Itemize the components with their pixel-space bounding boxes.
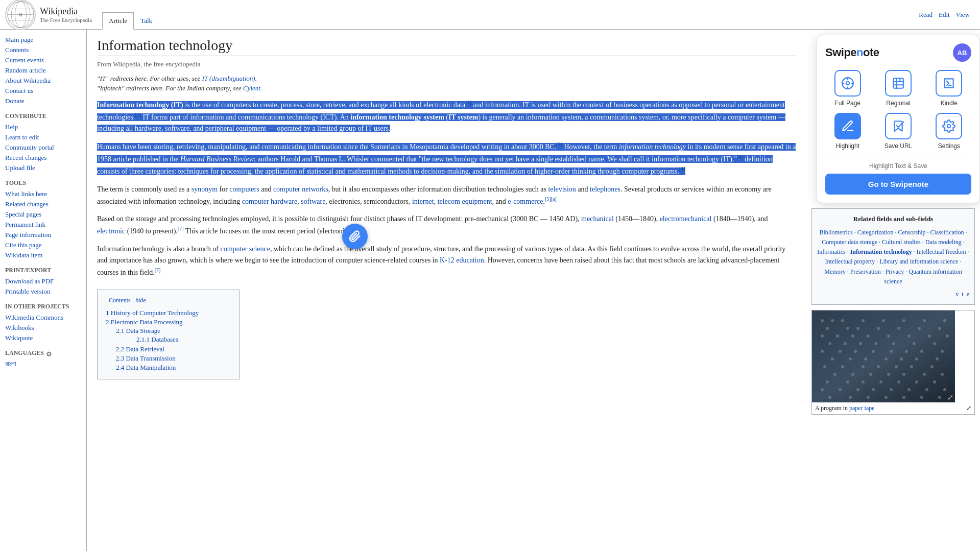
contents-link-2-3[interactable]: 2.3 Data Transmission: [116, 354, 176, 362]
sidebar-item-wikidata[interactable]: Wikidata item: [5, 250, 86, 260]
related-bibliometrics[interactable]: Bibliometrics: [820, 229, 853, 236]
sidebar-item-permanent-link[interactable]: Permanent link: [5, 220, 86, 230]
sidebar-item-wikibooks[interactable]: Wikibooks: [5, 323, 86, 333]
computer-science-link[interactable]: computer science: [220, 245, 270, 253]
sidebar-item-random-article[interactable]: Random article: [5, 65, 86, 76]
sidebar-item-page-info[interactable]: Page information: [5, 230, 86, 240]
sidebar-item-download-pdf[interactable]: Download as PDF: [5, 276, 86, 286]
k12-link[interactable]: K-12 education: [440, 256, 484, 264]
swipenote-highlight-item[interactable]: Highlight: [825, 113, 870, 150]
sidebar-item-main-page[interactable]: Main page: [5, 35, 86, 45]
related-privacy[interactable]: Privacy: [886, 268, 904, 275]
swipenote-regional-box: [885, 70, 912, 97]
related-classification[interactable]: Classification: [930, 229, 964, 236]
computer-hardware-link[interactable]: computer hardware: [242, 198, 297, 205]
article-paragraph-3: The term is commonly used as a synonym f…: [97, 184, 796, 207]
related-intellectual-property[interactable]: Intellectual property: [825, 258, 875, 265]
related-censorship[interactable]: Censorship: [898, 229, 925, 236]
swipenote-settings-item[interactable]: Settings: [927, 113, 971, 150]
sidebar-item-community[interactable]: Community portal: [5, 142, 86, 153]
sidebar-item-donate[interactable]: Donate: [5, 96, 86, 106]
contribute-title: Contribute: [5, 112, 86, 120]
contents-link-2[interactable]: 2 Electronic Data Processing: [106, 318, 183, 326]
sidebar-item-what-links[interactable]: What links here: [5, 189, 86, 199]
telephones-link[interactable]: telephones: [590, 185, 620, 193]
sidebar-item-wikiquote[interactable]: Wikiquote: [5, 333, 86, 343]
sidebar-item-contents[interactable]: Contents: [5, 45, 86, 55]
svg-point-30: [897, 327, 900, 330]
paper-tape-link[interactable]: paper tape: [849, 404, 875, 412]
sidebar-item-recent-changes[interactable]: Recent changes: [5, 153, 86, 163]
television-link[interactable]: television: [548, 185, 576, 193]
contents-link-2-1-1[interactable]: 2.1.1 Databases: [136, 336, 178, 343]
goto-swipenote-button[interactable]: Go to Swipenote: [825, 174, 971, 195]
tab-article[interactable]: Article: [102, 12, 134, 30]
svg-point-40: [946, 334, 949, 338]
related-informatics[interactable]: Informatics: [817, 248, 845, 255]
svg-point-68: [910, 365, 913, 368]
computer-networks-link[interactable]: computer networks: [273, 185, 328, 193]
action-read[interactable]: Read: [919, 11, 933, 19]
contents-link-2-4[interactable]: 2.4 Data Manipulation: [116, 364, 176, 371]
languages-settings-icon[interactable]: ⚙: [46, 350, 52, 358]
related-library[interactable]: Library and information science: [879, 258, 958, 265]
svg-point-16: [947, 125, 951, 128]
telecom-link[interactable]: telecom equipment: [438, 198, 492, 205]
related-memory[interactable]: Memory: [824, 268, 845, 275]
related-footer-e[interactable]: e: [967, 290, 969, 299]
sidebar-item-learn-edit[interactable]: Learn to edit: [5, 132, 86, 142]
sidebar-item-help[interactable]: Help: [5, 122, 86, 132]
svg-point-42: [844, 342, 847, 345]
swipenote-save-url-item[interactable]: Save URL: [876, 113, 920, 150]
swipenote-highlight-box: [834, 113, 861, 139]
related-intellectual-freedom[interactable]: Intellectual freedom: [917, 248, 966, 255]
contents-link-2-2[interactable]: 2.2 Data Retrieval: [116, 345, 164, 353]
sidebar-item-current-events[interactable]: Current events: [5, 55, 86, 65]
related-information-technology[interactable]: Information technology: [850, 248, 912, 255]
related-footer-v[interactable]: v: [955, 290, 959, 299]
related-footer-t[interactable]: t: [962, 290, 963, 299]
related-cultural-studies[interactable]: Cultural studies: [882, 238, 921, 246]
swipenote-save-url-box: [885, 113, 912, 139]
sidebar-item-about[interactable]: About Wikipedia: [5, 76, 86, 86]
sidebar-item-contact[interactable]: Contact us: [5, 86, 86, 96]
contents-link-1[interactable]: 1 History of Computer Technology: [106, 309, 199, 317]
action-view[interactable]: View: [956, 11, 970, 19]
ecommerce-link[interactable]: e-commerce: [508, 198, 543, 205]
sidebar-item-bangla[interactable]: বাংলা: [5, 359, 86, 369]
svg-point-9: [846, 82, 849, 85]
internet-link[interactable]: internet: [412, 198, 434, 205]
it-disambiguation-link[interactable]: IT (disambiguation): [202, 75, 255, 82]
expand-icon[interactable]: ⤢: [966, 404, 971, 412]
tab-talk[interactable]: Talk: [134, 12, 159, 29]
contents-link-2-1[interactable]: 2.1 Data Storage: [116, 327, 160, 334]
attachment-icon[interactable]: [342, 224, 368, 249]
article-paragraph-1: Information technology (IT) is the use o…: [97, 99, 796, 134]
cyient-link[interactable]: Cyient: [243, 84, 260, 92]
contents-hide[interactable]: hide: [135, 297, 146, 304]
redirect-note-2: "Infotech" redirects here. For the India…: [97, 84, 796, 92]
sidebar-item-related-changes[interactable]: Related changes: [5, 199, 86, 209]
swipenote-regional-item[interactable]: Regional: [876, 70, 920, 107]
swipenote-full-page-item[interactable]: Full Page: [825, 70, 870, 107]
action-edit[interactable]: Edit: [939, 11, 950, 19]
sidebar-item-printable[interactable]: Printable version: [5, 286, 86, 297]
electromechanical-link[interactable]: electromechanical: [660, 215, 712, 223]
mechanical-link[interactable]: mechanical: [581, 215, 614, 223]
software-link[interactable]: software: [301, 198, 325, 205]
sidebar-item-special-pages[interactable]: Special pages: [5, 209, 86, 220]
sidebar-item-upload[interactable]: Upload file: [5, 163, 86, 173]
user-avatar[interactable]: AB: [953, 43, 971, 62]
synonym-link[interactable]: synonym: [192, 185, 218, 193]
computers-link[interactable]: computers: [229, 185, 259, 193]
related-computer-data-storage[interactable]: Computer data storage: [822, 238, 877, 246]
electronic-link[interactable]: electronic: [97, 227, 125, 235]
sidebar-item-cite[interactable]: Cite this page: [5, 240, 86, 250]
sidebar-item-wikimedia[interactable]: Wikimedia Commons: [5, 313, 86, 323]
related-preservation[interactable]: Preservation: [850, 268, 881, 275]
swipenote-kindle-item[interactable]: Kindle: [927, 70, 971, 107]
svg-point-62: [936, 357, 939, 361]
related-categorization[interactable]: Categorization: [857, 229, 894, 236]
svg-point-92: [828, 396, 831, 399]
related-data-modeling[interactable]: Data modeling: [925, 238, 962, 246]
